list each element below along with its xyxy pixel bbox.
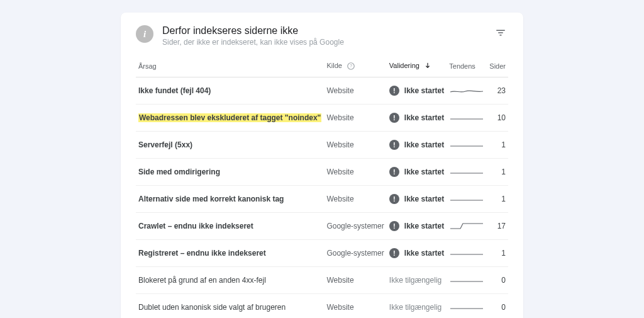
source-text: Google-systemer xyxy=(324,240,386,267)
status-icon: ! xyxy=(389,221,399,231)
reason-text: Dublet uden kanonisk side valgt af bruge… xyxy=(138,303,286,312)
status-text: Ikke startet xyxy=(404,249,444,258)
trend-sparkline xyxy=(447,105,487,132)
pages-count: 0 xyxy=(487,294,508,318)
reason-text: Blokeret på grund af en anden 4xx-fejl xyxy=(138,276,266,285)
info-icon: i xyxy=(136,25,153,43)
card-subtitle: Sider, der ikke er indekseret, kan ikke … xyxy=(162,38,493,47)
col-pages[interactable]: Sider xyxy=(487,58,508,77)
status-text: Ikke startet xyxy=(404,222,444,230)
status-icon: ! xyxy=(389,194,399,204)
trend-sparkline xyxy=(447,77,487,105)
reason-text: Registreret – endnu ikke indekseret xyxy=(138,249,266,258)
validation-cell: Ikke tilgængelig xyxy=(389,303,444,312)
source-text: Website xyxy=(324,132,386,159)
source-text: Website xyxy=(324,294,386,318)
reason-text: Serverfejl (5xx) xyxy=(138,140,192,149)
status-icon: ! xyxy=(389,167,399,177)
pages-count: 23 xyxy=(487,77,508,105)
validation-cell: !Ikke startet xyxy=(389,194,444,204)
status-icon: ! xyxy=(389,140,399,150)
trend-sparkline xyxy=(447,294,487,318)
validation-cell: !Ikke startet xyxy=(389,140,444,150)
source-text: Google-systemer xyxy=(324,213,386,240)
status-text: Ikke startet xyxy=(404,113,444,122)
sort-arrow-down-icon xyxy=(423,62,432,71)
status-icon: ! xyxy=(389,248,399,258)
card-title: Derfor indekseres siderne ikke xyxy=(162,25,493,37)
validation-cell: !Ikke startet xyxy=(389,86,444,96)
pages-count: 10 xyxy=(487,105,508,132)
table-row[interactable]: Side med omdirigeringWebsite!Ikke starte… xyxy=(136,159,508,186)
table-row[interactable]: Crawlet – endnu ikke indekseretGoogle-sy… xyxy=(136,213,508,240)
status-text: Ikke startet xyxy=(404,140,444,149)
status-text: Ikke startet xyxy=(404,86,444,95)
index-reasons-card: i Derfor indekseres siderne ikke Sider, … xyxy=(121,13,523,318)
svg-text:?: ? xyxy=(350,64,352,68)
trend-sparkline xyxy=(447,267,487,294)
status-text: Ikke startet xyxy=(404,168,444,176)
reason-text: Alternativ side med korrekt kanonisk tag xyxy=(138,195,284,203)
source-text: Website xyxy=(324,186,386,213)
trend-sparkline xyxy=(447,240,487,267)
validation-cell: !Ikke startet xyxy=(389,221,444,231)
pages-count: 1 xyxy=(487,159,508,186)
col-validation[interactable]: Validering xyxy=(387,58,447,77)
trend-sparkline xyxy=(447,132,487,159)
col-source[interactable]: Kilde ? xyxy=(324,58,386,77)
source-text: Website xyxy=(324,267,386,294)
filter-icon[interactable] xyxy=(493,25,508,40)
trend-sparkline xyxy=(447,186,487,213)
source-text: Website xyxy=(324,105,386,132)
status-text: Ikke tilgængelig xyxy=(389,276,441,285)
pages-count: 1 xyxy=(487,186,508,213)
table-row[interactable]: Dublet uden kanonisk side valgt af bruge… xyxy=(136,294,508,318)
help-icon[interactable]: ? xyxy=(347,62,355,71)
pages-count: 1 xyxy=(487,132,508,159)
status-text: Ikke startet xyxy=(404,195,444,203)
reason-text: Webadressen blev ekskluderet af tagget "… xyxy=(138,113,321,122)
col-reason[interactable]: Årsag xyxy=(136,58,324,77)
status-text: Ikke tilgængelig xyxy=(389,303,441,312)
status-icon: ! xyxy=(389,113,399,123)
validation-cell: !Ikke startet xyxy=(389,167,444,177)
pages-count: 0 xyxy=(487,267,508,294)
reason-text: Crawlet – endnu ikke indekseret xyxy=(138,222,253,230)
trend-sparkline xyxy=(447,213,487,240)
card-header: i Derfor indekseres siderne ikke Sider, … xyxy=(136,25,508,47)
reasons-table: Årsag Kilde ? Validering Tendens Sider I… xyxy=(136,58,508,318)
table-row[interactable]: Webadressen blev ekskluderet af tagget "… xyxy=(136,105,508,132)
source-text: Website xyxy=(324,77,386,105)
reason-text: Side med omdirigering xyxy=(138,168,220,176)
table-row[interactable]: Blokeret på grund af en anden 4xx-fejlWe… xyxy=(136,267,508,294)
source-text: Website xyxy=(324,159,386,186)
pages-count: 17 xyxy=(487,213,508,240)
table-row[interactable]: Alternativ side med korrekt kanonisk tag… xyxy=(136,186,508,213)
validation-cell: !Ikke startet xyxy=(389,248,444,258)
pages-count: 1 xyxy=(487,240,508,267)
validation-cell: !Ikke startet xyxy=(389,113,444,123)
trend-sparkline xyxy=(447,159,487,186)
table-row[interactable]: Ikke fundet (fejl 404)Website!Ikke start… xyxy=(136,77,508,105)
validation-cell: Ikke tilgængelig xyxy=(389,276,444,285)
table-row[interactable]: Serverfejl (5xx)Website!Ikke startet1 xyxy=(136,132,508,159)
col-trend[interactable]: Tendens xyxy=(447,58,487,77)
status-icon: ! xyxy=(389,86,399,96)
reason-text: Ikke fundet (fejl 404) xyxy=(138,86,211,95)
table-row[interactable]: Registreret – endnu ikke indekseretGoogl… xyxy=(136,240,508,267)
